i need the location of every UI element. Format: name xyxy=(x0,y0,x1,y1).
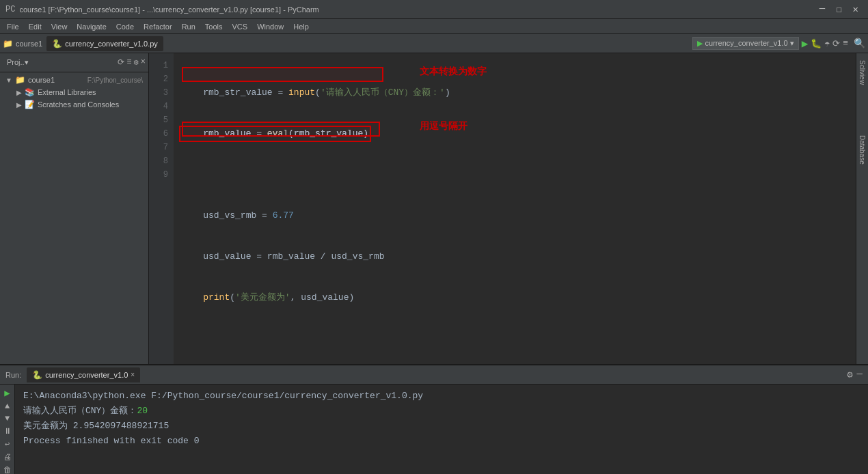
run-tab-icon: 🐍 xyxy=(32,370,42,380)
toolbar: 📁 course1 🐍 currency_converter_v1.0.py ▶… xyxy=(0,34,868,53)
close-button[interactable]: ✕ xyxy=(849,3,863,15)
menu-code[interactable]: Code xyxy=(112,21,138,32)
run-controls: ▶ currency_converter_v1.0 ▾ ▶ 🐛 ☂ ⟳ ≡ 🔍 xyxy=(692,37,865,51)
print-button[interactable]: 🖨 xyxy=(3,452,12,462)
bottom-panel: Run: 🐍 currency_converter_v1.0 × ⚙ ─ ▶ ▲… xyxy=(0,364,868,474)
menu-file[interactable]: File xyxy=(3,21,23,32)
scratches-label: Scratches and Consoles xyxy=(38,100,143,109)
output-line-5: Process finished with exit code 0 xyxy=(23,434,860,449)
code-line-4: usd_value = rmb_value / usd_vs_rmb xyxy=(182,250,847,264)
play-again-button[interactable]: ▶ xyxy=(4,387,10,399)
menu-bar: File Edit View Navigate Code Refactor Ru… xyxy=(0,19,868,34)
project-panel-tab[interactable]: Proj..▾ xyxy=(3,57,33,68)
menu-navigate[interactable]: Navigate xyxy=(72,21,110,32)
tree-arrow-external-icon: ▶ xyxy=(16,89,22,96)
close-panel-icon[interactable]: × xyxy=(141,57,146,68)
profile-button[interactable]: ⟳ xyxy=(832,38,840,49)
project-tree: ▼ 📁 course1 F:\Python_course\ ▶ 📚 Extern… xyxy=(0,72,148,364)
lib-icon: 📚 xyxy=(25,87,35,97)
maximize-button[interactable]: ☐ xyxy=(832,3,845,15)
code-line-1: rmb_str_value = input('请输入人民币（CNY）金额：') xyxy=(182,86,847,100)
external-libraries-label: External Libraries xyxy=(38,88,143,96)
tree-item-course1[interactable]: ▼ 📁 course1 F:\Python_course\ xyxy=(0,74,148,86)
open-file-tab[interactable]: 🐍 currency_converter_v1.0.py xyxy=(46,36,163,51)
tree-arrow-scratches-icon: ▶ xyxy=(16,101,22,109)
trash-button[interactable]: 🗑 xyxy=(3,465,12,474)
run-config-label: currency_converter_v1.0 ▾ xyxy=(705,39,794,48)
project-icon: 📁 xyxy=(3,39,13,48)
output-line-1: E:\Anaconda3\python.exe F:/Python_course… xyxy=(23,389,860,404)
project-tab[interactable]: 📁 course1 xyxy=(3,39,42,48)
line-numbers: 1 2 3 4 5 6 7 8 9 xyxy=(149,53,174,364)
menu-window[interactable]: Window xyxy=(253,21,288,32)
project-panel-tab-label: Proj..▾ xyxy=(7,58,29,67)
code-line-3: usd_vs_rmb = 6.77 xyxy=(182,209,847,223)
settings-icon[interactable]: ⚙ xyxy=(134,57,139,68)
menu-refactor[interactable]: Refactor xyxy=(139,21,176,32)
output-line-3: 美元金额为 2.9542097488921715 xyxy=(23,419,860,434)
main-layout: Proj..▾ ⟳ ≡ ⚙ × ▼ 📁 course1 F:\Python_co… xyxy=(0,53,868,364)
right-panel: Scliview Database xyxy=(856,53,868,364)
menu-help[interactable]: Help xyxy=(289,21,313,32)
run-tab[interactable]: 🐍 currency_converter_v1.0 × xyxy=(27,367,140,382)
code-editor[interactable]: rmb_str_value = input('请输入人民币（CNY）金额：') … xyxy=(174,53,856,364)
run-side-buttons: ▶ ▲ ▼ ⏸ ↩ 🖨 🗑 xyxy=(0,385,15,474)
python-file-icon: 🐍 xyxy=(52,39,62,48)
run-tab-close[interactable]: × xyxy=(131,371,135,378)
input-value: 20 xyxy=(137,406,148,416)
run-tab-label: currency_converter_v1.0 xyxy=(45,371,128,379)
tree-item-external[interactable]: ▶ 📚 External Libraries xyxy=(0,86,148,98)
up-button[interactable]: ▲ xyxy=(5,402,10,411)
wrap-button[interactable]: ↩ xyxy=(5,439,10,449)
course1-path: F:\Python_course\ xyxy=(87,76,143,84)
run-output-area: ▶ ▲ ▼ ⏸ ↩ 🖨 🗑 E:\Anaconda3\python.exe F:… xyxy=(0,385,868,474)
run-button[interactable]: ▶ xyxy=(802,37,809,51)
code-area: 1 2 3 4 5 6 7 8 9 rmb_str_value = input(… xyxy=(149,53,856,364)
output-content: E:\Anaconda3\python.exe F:/Python_course… xyxy=(15,385,868,474)
course1-label: course1 xyxy=(28,76,85,84)
panel-tab-icons: ⟳ ≡ ⚙ × xyxy=(118,57,146,68)
window-controls[interactable]: ─ ☐ ✕ xyxy=(815,3,863,15)
output-line-2: 请输入人民币（CNY）金额：20 xyxy=(23,404,860,419)
minimize-button[interactable]: ─ xyxy=(815,3,829,15)
scratches-icon: 📝 xyxy=(25,100,35,109)
code-line-2: rmb_value = eval(rmb_str_value) rmb_valu… xyxy=(182,127,847,182)
run-config-dropdown[interactable]: ▶ currency_converter_v1.0 ▾ xyxy=(692,37,799,50)
bottom-tab-bar: Run: 🐍 currency_converter_v1.0 × ⚙ ─ xyxy=(0,365,868,385)
pause-button[interactable]: ⏸ xyxy=(3,426,12,436)
code-line-5: print('美元金额为', usd_value) xyxy=(182,291,847,305)
menu-tools[interactable]: Tools xyxy=(201,21,227,32)
editor-area: 1 2 3 4 5 6 7 8 9 rmb_str_value = input(… xyxy=(149,53,856,364)
minimize-panel-icon[interactable]: ─ xyxy=(857,369,863,380)
app-icon: PC xyxy=(5,5,15,14)
menu-edit[interactable]: Edit xyxy=(25,21,46,32)
tree-item-scratches[interactable]: ▶ 📝 Scratches and Consoles xyxy=(0,98,148,111)
search-icon[interactable]: 🔍 xyxy=(854,38,865,49)
build-button[interactable]: ≡ xyxy=(843,38,848,48)
database-panel[interactable]: Database xyxy=(858,131,867,169)
settings-gear-icon[interactable]: ⚙ xyxy=(847,369,852,380)
sync-icon[interactable]: ⟳ xyxy=(118,57,124,68)
file-tab-label: currency_converter_v1.0.py xyxy=(65,40,158,48)
scliview-panel[interactable]: Scliview xyxy=(858,56,867,89)
menu-run[interactable]: Run xyxy=(178,21,200,32)
folder-icon: 📁 xyxy=(15,75,25,85)
menu-view[interactable]: View xyxy=(47,21,72,32)
title-bar: PC course1 [F:\Python_course\course1] - … xyxy=(0,0,868,19)
project-tab-label: course1 xyxy=(16,40,42,48)
run-label: Run: xyxy=(5,371,21,379)
left-panel: Proj..▾ ⟳ ≡ ⚙ × ▼ 📁 course1 F:\Python_co… xyxy=(0,53,149,364)
filter-icon[interactable]: ≡ xyxy=(126,57,131,68)
down-button[interactable]: ▼ xyxy=(5,414,10,423)
bottom-tab-controls: ⚙ ─ xyxy=(847,369,863,380)
debug-button[interactable]: 🐛 xyxy=(811,38,822,49)
left-panel-tabs: Proj..▾ ⟳ ≡ ⚙ × xyxy=(0,53,148,72)
code-line-6 xyxy=(182,332,847,346)
run-config-icon: ▶ xyxy=(697,39,703,48)
window-title: course1 [F:\Python_course\course1] - ...… xyxy=(19,5,318,14)
menu-vcs[interactable]: VCS xyxy=(228,21,252,32)
coverage-button[interactable]: ☂ xyxy=(824,38,830,49)
tree-arrow-icon: ▼ xyxy=(5,76,12,84)
